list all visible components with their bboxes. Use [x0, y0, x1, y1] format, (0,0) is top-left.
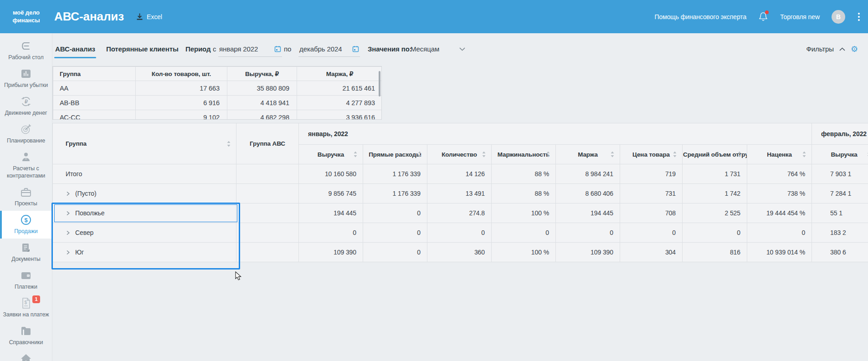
grid-month-header-row: Группа Группа АВС январь, 2022 февраль, … — [53, 123, 868, 145]
grid-month-february: февраль, 2022 — [812, 123, 868, 145]
expand-chevron-icon[interactable] — [66, 230, 70, 235]
sort-icon[interactable] — [611, 152, 614, 158]
download-icon — [136, 13, 144, 20]
summary-row-ab-bb[interactable]: АВ-ВВ 6 916 4 418 941 4 277 893 — [53, 96, 382, 110]
summary-scrollbar[interactable] — [379, 71, 380, 97]
grid-col-abc-group: Группа АВС — [236, 123, 299, 164]
briefcase-icon — [2, 186, 50, 198]
grid-col-margin: Маржа — [556, 145, 620, 164]
logo-line-2: финансы — [0, 17, 52, 25]
calendar-icon[interactable] — [274, 46, 281, 52]
ruble-cycle-icon: ₽ — [2, 96, 50, 107]
grid-row-total[interactable]: Итого 10 160 580 1 176 339 14 126 88 % 8… — [53, 164, 868, 184]
sidebar: Рабочий стол Прибыли убытки ₽ Движение д… — [0, 33, 52, 361]
expand-chevron-icon[interactable] — [66, 211, 70, 216]
payment-requests-badge: 1 — [32, 295, 40, 303]
notifications-bell-icon[interactable] — [758, 11, 768, 22]
profit-loss-chart-icon — [2, 68, 50, 80]
user-avatar[interactable]: B — [832, 10, 845, 24]
sidebar-item-payment-requests[interactable]: $ 1 Заявки на платеж — [0, 294, 52, 322]
sort-icon[interactable] — [802, 152, 806, 158]
sidebar-item-accounting[interactable]: Бухгалтерия — [0, 350, 52, 361]
abc-summary-table: Группа Кол-во товаров, шт. Выручка, ₽ Ма… — [52, 66, 382, 120]
sidebar-item-profit-loss[interactable]: Прибыли убытки — [0, 65, 52, 92]
grid-col-group: Группа — [53, 123, 236, 164]
main-content: АВС-анализ Потерянные клиенты Период с я… — [52, 33, 868, 361]
grid-col-item-price: Цена товара — [620, 145, 683, 164]
tab-abc-analysis[interactable]: АВС-анализ — [54, 40, 96, 58]
workspace-name[interactable]: Торговля new — [780, 13, 820, 20]
expert-help-link[interactable]: Помощь финансового эксперта — [654, 13, 746, 20]
period-from-label: с — [213, 40, 216, 58]
tab-lost-clients[interactable]: Потерянные клиенты — [105, 40, 180, 58]
grid-col-direct-expenses: Прямые расходы — [363, 145, 427, 164]
home-icon — [2, 353, 50, 361]
sidebar-item-payments[interactable]: Платежи — [0, 266, 52, 294]
app-logo[interactable]: моё дело финансы — [0, 9, 52, 25]
folder-icon — [2, 325, 50, 337]
grid-row-empty-group[interactable]: (Пусто) 9 856 745 1 176 339 13 491 88 % … — [53, 184, 868, 203]
logo-line-1: моё дело — [0, 9, 52, 17]
sort-icon[interactable] — [482, 152, 486, 158]
calendar-icon[interactable] — [352, 46, 359, 52]
svg-text:$: $ — [25, 217, 28, 224]
grid-month-january: январь, 2022 — [299, 123, 812, 145]
expand-chevron-icon[interactable] — [66, 250, 70, 255]
grid-col-revenue: Выручка — [299, 145, 363, 164]
grid-col-avg-shipment: Средний объем отгрузки — [683, 145, 747, 164]
sort-icon[interactable] — [673, 152, 677, 158]
page-title: АВС-анализ — [54, 10, 124, 24]
sidebar-item-counterparties[interactable]: Расчеты с контрагентами — [0, 148, 52, 183]
sidebar-item-directories[interactable]: Справочники — [0, 322, 52, 350]
sort-icon[interactable] — [738, 152, 741, 158]
chevron-up-icon — [839, 47, 845, 51]
excel-label: Excel — [147, 13, 162, 20]
period-from-field[interactable]: января 2022 — [218, 43, 282, 57]
notification-dot — [765, 10, 769, 14]
expand-chevron-icon[interactable] — [66, 191, 70, 196]
person-icon — [2, 151, 50, 163]
kebab-menu-icon[interactable] — [857, 11, 861, 23]
top-bar-right: Помощь финансового эксперта Торговля new… — [654, 10, 868, 24]
wallet-icon — [2, 269, 50, 281]
export-excel-button[interactable]: Excel — [136, 13, 162, 20]
grid-col-markup: Наценка — [747, 145, 812, 164]
sidebar-item-money-flow[interactable]: ₽ Движение денег — [0, 92, 52, 120]
period-to-field[interactable]: декабрь 2024 — [298, 43, 360, 57]
sort-icon[interactable] — [546, 152, 550, 158]
period-to-label: по — [284, 40, 291, 58]
values-by-select[interactable]: Месяцам — [411, 40, 465, 58]
sort-icon[interactable] — [354, 152, 357, 158]
invoice-icon: $ 1 — [2, 297, 50, 309]
grid-col-quantity: Количество — [427, 145, 492, 164]
summary-row-aa[interactable]: АА 17 663 35 880 809 21 615 461 — [53, 81, 382, 96]
summary-col-revenue: Выручка, ₽ — [227, 67, 297, 81]
grid-row-yug[interactable]: Юг 109 390 0 360 100 % 109 390 304 816 1… — [53, 243, 868, 262]
summary-col-qty: Кол-во товаров, шт. — [136, 67, 227, 81]
grid-col-revenue-feb: Выручка — [812, 145, 868, 164]
abc-detail-table: Группа Группа АВС январь, 2022 февраль, … — [52, 123, 868, 264]
summary-row-ac-cc[interactable]: АС-СС 9 102 4 682 298 3 936 616 — [53, 110, 382, 120]
period-label: Период — [185, 40, 211, 58]
chevron-down-icon — [459, 47, 465, 51]
dollar-circle-icon: $ — [2, 214, 50, 226]
sidebar-item-planning[interactable]: Планирование — [0, 120, 52, 148]
toolbar: АВС-анализ Потерянные клиенты Период с я… — [52, 33, 868, 65]
document-icon — [2, 242, 50, 254]
values-by-label: Значения по: — [368, 40, 412, 58]
sort-icon[interactable] — [227, 141, 231, 147]
summary-col-group: Группа — [53, 67, 136, 81]
filters-toggle[interactable]: Фильтры ⚙ — [806, 40, 858, 58]
grid-row-sever[interactable]: Север 0 0 0 0 0 0 0 0 183 2 — [53, 223, 868, 243]
svg-text:₽: ₽ — [25, 99, 28, 104]
grid-col-marginality: Маржинальность — [492, 145, 556, 164]
sidebar-item-desktop[interactable]: Рабочий стол — [0, 37, 52, 65]
svg-text:$: $ — [25, 300, 27, 305]
target-icon — [2, 123, 50, 135]
sidebar-item-sales[interactable]: $ Продажи — [0, 211, 52, 239]
sidebar-item-projects[interactable]: Проекты — [0, 183, 52, 211]
gear-icon[interactable]: ⚙ — [851, 45, 858, 53]
sidebar-item-documents[interactable]: Документы — [0, 239, 52, 266]
sort-icon[interactable] — [418, 152, 421, 158]
grid-row-povolzhye[interactable]: Поволжье 194 445 0 274.8 100 % 194 445 7… — [53, 203, 868, 223]
